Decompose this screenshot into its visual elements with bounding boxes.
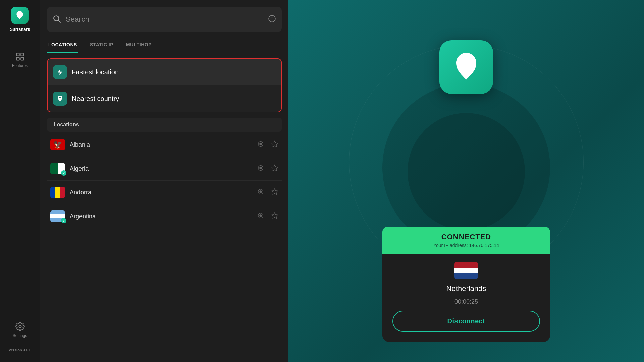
logo-area: Surfshark xyxy=(10,7,30,32)
algeria-name: Algeria xyxy=(70,165,252,172)
argentina-v-badge: V xyxy=(61,218,66,223)
andorra-city-icon[interactable] xyxy=(257,188,264,197)
svg-line-6 xyxy=(58,20,60,22)
albania-flag: 🦅 xyxy=(50,139,65,150)
connected-title: CONNECTED xyxy=(392,233,540,241)
albania-flag-wrap: 🦅 xyxy=(50,139,65,150)
svg-rect-2 xyxy=(16,57,19,60)
albania-actions xyxy=(257,140,278,149)
argentina-city-icon[interactable] xyxy=(257,212,264,221)
algeria-v-badge: V xyxy=(61,170,66,176)
locations-section-header: Locations xyxy=(47,118,282,132)
svg-marker-21 xyxy=(272,213,278,218)
surfshark-icon xyxy=(14,10,25,21)
search-input[interactable] xyxy=(66,15,263,24)
albania-city-icon[interactable] xyxy=(257,140,264,149)
features-icon xyxy=(15,52,25,61)
fastest-location-icon xyxy=(53,65,67,79)
svg-point-14 xyxy=(259,167,262,169)
nearest-country-icon xyxy=(53,92,67,106)
locations-header-text: Locations xyxy=(54,122,79,127)
country-item-albania[interactable]: 🦅 Albania xyxy=(47,133,282,157)
connection-country: Netherlands xyxy=(446,284,486,293)
left-panel: LOCATIONS STATIC IP MULTIHOP Fastest loc… xyxy=(40,0,288,362)
nl-flag-white xyxy=(454,268,478,274)
fastest-location-option[interactable]: Fastest location xyxy=(48,59,281,85)
argentina-flag-wrap: V xyxy=(50,210,65,222)
albania-name: Albania xyxy=(70,141,252,148)
connection-timer: 00:00:25 xyxy=(454,298,478,305)
info-icon[interactable] xyxy=(268,14,276,24)
svg-point-17 xyxy=(259,190,262,193)
country-item-argentina[interactable]: V Argentina xyxy=(47,204,282,228)
andorra-name: Andorra xyxy=(70,189,252,196)
sidebar-item-settings[interactable]: Settings xyxy=(5,318,35,341)
fastest-location-label: Fastest location xyxy=(72,68,119,76)
search-icon xyxy=(52,14,61,24)
logo-label: Surfshark xyxy=(10,27,30,32)
right-panel: CONNECTED Your IP address: 146.70.175.14… xyxy=(288,0,644,362)
svg-rect-0 xyxy=(16,53,19,56)
connected-banner: CONNECTED Your IP address: 146.70.175.14 xyxy=(382,227,550,254)
country-item-algeria[interactable]: V Algeria xyxy=(47,157,282,181)
tab-multihop[interactable]: MULTIHOP xyxy=(125,39,153,53)
svg-rect-1 xyxy=(21,53,23,56)
connected-card: CONNECTED Your IP address: 146.70.175.14… xyxy=(382,227,550,342)
netherlands-flag xyxy=(454,262,478,279)
version-label: Version 3.6.0 xyxy=(9,348,31,352)
argentina-star-icon[interactable] xyxy=(271,212,278,221)
surfshark-big-logo xyxy=(439,40,493,94)
albania-star-icon[interactable] xyxy=(271,140,278,149)
country-item-andorra[interactable]: Andorra xyxy=(47,181,282,204)
algeria-star-icon[interactable] xyxy=(271,164,278,173)
tab-static-ip[interactable]: STATIC IP xyxy=(89,39,115,53)
bg-circle-inner xyxy=(408,113,525,230)
sidebar-settings-label: Settings xyxy=(13,333,27,338)
search-bar xyxy=(47,7,282,32)
bolt-icon xyxy=(56,68,64,76)
svg-rect-3 xyxy=(21,57,23,60)
algeria-actions xyxy=(257,164,278,173)
sidebar-bottom-nav: Settings xyxy=(5,198,35,348)
andorra-star-icon[interactable] xyxy=(271,188,278,197)
nl-flag-red xyxy=(454,262,478,268)
argentina-name: Argentina xyxy=(70,213,252,220)
surfshark-logo-icon[interactable] xyxy=(11,7,29,24)
svg-marker-18 xyxy=(272,189,278,194)
tab-locations[interactable]: LOCATIONS xyxy=(47,39,78,53)
surfshark-big-icon xyxy=(449,50,483,84)
andorra-flag xyxy=(50,187,65,198)
sidebar-item-features[interactable]: Features xyxy=(5,49,35,71)
algeria-flag-wrap: V xyxy=(50,163,65,174)
disconnect-button[interactable]: Disconnect xyxy=(392,311,540,332)
sidebar: Surfshark Features Settings Version 3.6.… xyxy=(0,0,40,362)
quick-options-container: Fastest location Nearest country xyxy=(47,58,282,112)
albania-eagle: 🦅 xyxy=(53,141,62,148)
argentina-actions xyxy=(257,212,278,221)
location-pin-icon xyxy=(56,95,64,102)
sidebar-nav: Features xyxy=(5,49,35,192)
andorra-flag-wrap xyxy=(50,187,65,198)
sidebar-features-label: Features xyxy=(12,63,28,68)
algeria-city-icon[interactable] xyxy=(257,164,264,173)
svg-point-11 xyxy=(259,143,262,145)
connected-ip: Your IP address: 146.70.175.14 xyxy=(392,243,540,248)
tab-bar: LOCATIONS STATIC IP MULTIHOP xyxy=(40,32,288,53)
svg-point-4 xyxy=(19,325,21,328)
andorra-actions xyxy=(257,188,278,197)
svg-marker-15 xyxy=(272,165,278,171)
svg-point-20 xyxy=(259,214,262,217)
country-list: 🦅 Albania xyxy=(40,133,288,362)
nl-flag-blue xyxy=(454,273,478,279)
nearest-country-option[interactable]: Nearest country xyxy=(48,85,281,112)
svg-marker-12 xyxy=(272,141,278,147)
settings-icon xyxy=(15,322,25,331)
connection-details: Netherlands 00:00:25 Disconnect xyxy=(382,254,550,342)
nearest-country-label: Nearest country xyxy=(72,95,119,103)
